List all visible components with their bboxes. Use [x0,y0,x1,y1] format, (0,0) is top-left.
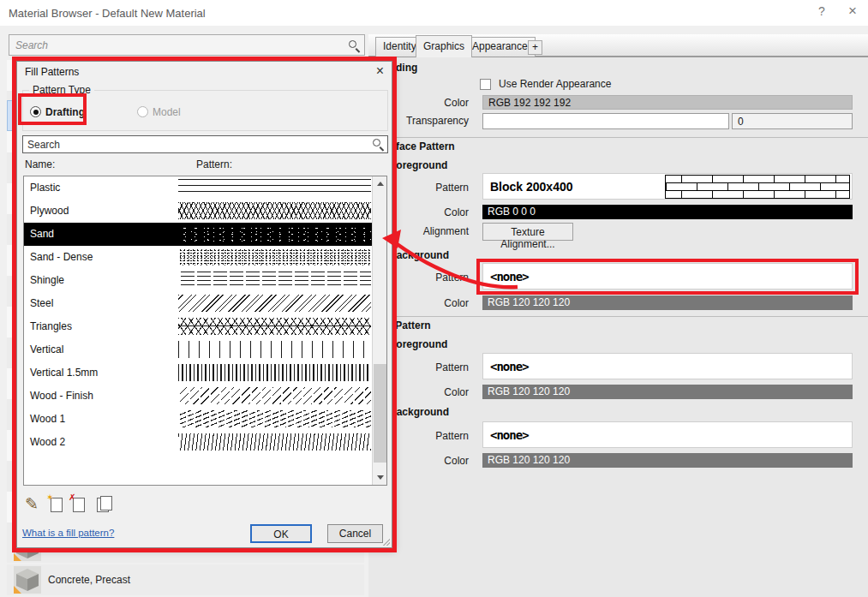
pattern-name: Steel [30,297,53,309]
scroll-up-icon[interactable] [373,176,387,191]
surface-bg-color-swatch[interactable]: RGB 120 120 120 [482,296,853,310]
search-icon[interactable] [348,39,360,51]
dialog-close-icon[interactable]: × [376,63,384,79]
pattern-row[interactable]: Wood - Finish [24,385,372,408]
cut-fg-pattern-field[interactable]: <none> [482,353,853,379]
pattern-row[interactable]: Triangles [24,315,372,338]
surface-bg-pattern-field[interactable]: <none> [482,263,853,290]
search-icon[interactable] [372,138,384,150]
pattern-preview [178,202,371,219]
close-icon[interactable]: × [844,3,861,20]
pattern-name: Vertical [30,343,63,355]
surface-fg-pattern-value: Block 200x400 [490,180,573,194]
material-thumbnail [14,566,41,594]
pattern-row[interactable]: Wood 1 [24,408,372,431]
pattern-preview [178,225,371,242]
transparency-value[interactable]: 0 [732,113,853,129]
help-icon[interactable]: ? [813,4,830,18]
pattern-list: PlasticPlywoodSandSand - DenseShingleSte… [23,176,387,486]
pattern-name: Triangles [30,320,72,332]
pattern-preview [178,410,371,427]
pattern-name: Wood - Finish [30,390,93,402]
section-divider [368,316,868,317]
model-radio-label[interactable]: Model [153,106,181,118]
surface-fg-color-swatch[interactable]: RGB 0 0 0 [482,205,853,219]
pattern-row[interactable]: Vertical [24,338,372,361]
cut-foreground-label: Foreground [390,338,447,350]
drafting-radio[interactable] [30,106,41,117]
resize-grip[interactable] [382,538,390,546]
pattern-row[interactable]: Plywood [24,200,372,223]
transparency-slider[interactable] [482,113,729,129]
duplicate-pattern-icon[interactable] [97,498,109,512]
add-tab-button[interactable]: + [528,40,542,55]
ok-button[interactable]: OK [250,524,312,543]
window-title: Material Browser - Default New Material [9,7,206,20]
pattern-row[interactable]: Plastic [24,176,372,200]
fill-pattern-help-link[interactable]: What is a fill pattern? [22,528,114,538]
pattern-preview [178,318,371,335]
cut-bg-pattern-value: <none> [490,428,529,442]
pattern-row[interactable]: Wood 2 [24,431,372,454]
pattern-preview [178,433,371,451]
material-browser-window: Material Browser - Default New Material … [0,0,868,597]
texture-alignment-button[interactable]: Texture Alignment... [482,223,573,241]
pattern-preview [178,295,371,312]
use-render-appearance-checkbox[interactable] [480,79,491,90]
use-render-appearance-label: Use Render Appearance [499,78,611,90]
drafting-radio-label[interactable]: Drafting [45,106,85,118]
scrollbar[interactable] [372,176,386,485]
cut-background-label: Background [389,406,449,418]
model-radio[interactable] [137,106,148,117]
cancel-button[interactable]: Cancel [327,524,383,543]
pattern-name: Sand - Dense [30,251,93,263]
pattern-type-label: Pattern Type [29,84,94,96]
surface-fg-pattern-field[interactable]: Block 200x400 [482,173,853,200]
brick-pattern-preview [665,175,850,199]
pattern-column-header: Pattern: [196,158,232,170]
pattern-name: Wood 2 [30,436,65,448]
tab-bar: Identity Graphics Appearance + [368,34,868,57]
surface-foreground-label: Foreground [390,159,447,171]
cut-bg-pattern-field[interactable]: <none> [482,421,853,448]
material-row-concrete-precast[interactable]: Concrete, Precast [7,564,364,595]
fill-patterns-dialog: Fill Patterns × Pattern Type Drafting Mo… [16,61,392,548]
tab-graphics[interactable]: Graphics [416,35,472,57]
cut-bg-color-swatch[interactable]: RGB 120 120 120 [482,453,853,468]
pattern-preview [178,341,371,358]
pattern-name: Vertical 1.5mm [30,367,98,379]
pattern-preview [178,248,371,266]
pattern-preview [178,179,371,196]
delete-pattern-icon[interactable]: ✗ [73,498,85,512]
scroll-down-icon[interactable] [373,470,387,485]
pattern-preview [178,364,371,381]
edit-pattern-icon[interactable]: ✎ [25,494,39,514]
tab-appearance[interactable]: Appearance [464,37,536,57]
material-name: Concrete, Precast [48,574,130,586]
search-input[interactable] [9,34,365,56]
new-pattern-icon[interactable]: ✶ [51,498,63,512]
pattern-name: Shingle [30,274,64,286]
shading-color-swatch[interactable]: RGB 192 192 192 [482,95,853,110]
pattern-preview [178,272,371,289]
pattern-search-input[interactable] [22,135,388,153]
pattern-name: Plywood [30,205,69,217]
pattern-row[interactable]: Sand [24,223,372,246]
pattern-row[interactable]: Shingle [24,269,372,292]
pattern-preview [178,387,371,404]
cut-fg-pattern-value: <none> [490,360,529,373]
scrollbar-thumb[interactable] [374,364,386,463]
concrete-cube-icon [14,566,41,594]
pattern-row[interactable]: Vertical 1.5mm [24,361,372,385]
pattern-name: Plastic [30,182,60,194]
dialog-title: Fill Patterns [25,66,79,78]
name-column-header: Name: [25,158,55,170]
surface-bg-pattern-value: <none> [490,270,529,284]
section-divider [368,137,868,138]
pattern-name: Sand [30,228,54,240]
graphics-panel: Identity Graphics Appearance + Shading U… [368,34,868,597]
surface-background-label: Background [389,249,449,261]
cut-fg-color-swatch[interactable]: RGB 120 120 120 [482,385,853,399]
pattern-row[interactable]: Steel [24,292,372,315]
pattern-row[interactable]: Sand - Dense [24,246,372,269]
